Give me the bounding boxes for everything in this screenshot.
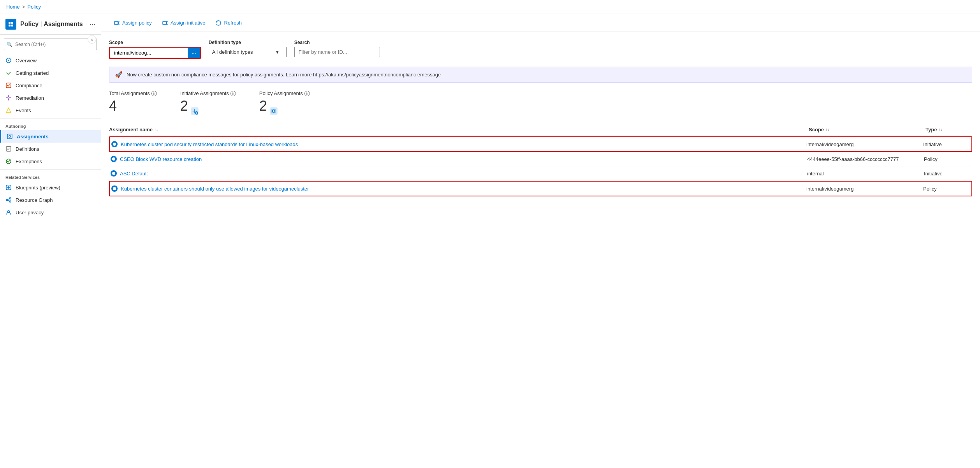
col-header-scope[interactable]: Scope ↑↓ bbox=[809, 127, 925, 132]
sidebar-item-events[interactable]: Events bbox=[0, 104, 101, 117]
initiative-assignments-label: Initiative Assignments ℹ bbox=[180, 90, 236, 96]
assign-initiative-icon bbox=[162, 19, 168, 26]
remediation-icon bbox=[5, 95, 12, 101]
scope-browse-button[interactable]: ··· bbox=[188, 48, 200, 58]
table-row: CSEO Block WVD resource creation 4444eee… bbox=[109, 152, 972, 166]
svg-rect-3 bbox=[11, 25, 13, 26]
col-type-sort-icon: ↑↓ bbox=[938, 127, 942, 132]
blueprints-icon bbox=[5, 184, 12, 191]
policy-assignments-stat: Policy Assignments ℹ 2 bbox=[259, 90, 310, 114]
table-row: Kubernetes cluster containers should onl… bbox=[109, 181, 972, 196]
sidebar-item-overview-label: Overview bbox=[16, 58, 37, 64]
sidebar-item-resource-graph-label: Resource Graph bbox=[16, 197, 53, 203]
svg-rect-0 bbox=[9, 22, 11, 24]
search-filter-input[interactable] bbox=[294, 47, 380, 57]
events-icon bbox=[5, 107, 12, 113]
sidebar-item-assignments[interactable]: Assignments bbox=[0, 130, 101, 143]
svg-rect-12 bbox=[7, 148, 10, 148]
sidebar-item-getting-started[interactable]: Getting started bbox=[0, 67, 101, 79]
row-icon bbox=[111, 156, 117, 162]
user-privacy-icon bbox=[5, 209, 12, 215]
scope-label: Scope bbox=[109, 40, 201, 45]
assign-policy-label: Assign policy bbox=[122, 20, 152, 26]
sidebar-nav: Overview Getting started Compliance Reme… bbox=[0, 54, 101, 468]
overview-icon bbox=[5, 57, 12, 64]
sidebar-item-user-privacy[interactable]: User privacy bbox=[0, 206, 101, 219]
row-name-cell: Kubernetes cluster containers should onl… bbox=[111, 185, 806, 192]
sidebar-item-events-label: Events bbox=[16, 108, 31, 113]
svg-rect-2 bbox=[9, 25, 11, 26]
content-body: Scope ··· Definition type All definition… bbox=[101, 32, 980, 468]
total-assignments-value: 4 bbox=[109, 98, 157, 114]
refresh-button[interactable]: Refresh bbox=[211, 17, 246, 28]
breadcrumb-policy[interactable]: Policy bbox=[27, 4, 41, 10]
breadcrumb: Home > Policy bbox=[6, 4, 41, 10]
refresh-icon bbox=[215, 19, 222, 26]
sidebar-item-exemptions-label: Exemptions bbox=[16, 159, 42, 164]
col-header-name[interactable]: Assignment name ↑↓ bbox=[109, 127, 809, 132]
row-icon bbox=[111, 141, 118, 147]
policy-assignments-value: 2 bbox=[259, 98, 310, 114]
scope-filter-group: Scope ··· bbox=[109, 40, 201, 59]
svg-point-16 bbox=[6, 199, 8, 201]
sidebar-product-icon bbox=[5, 19, 16, 30]
sidebar-item-blueprints[interactable]: Blueprints (preview) bbox=[0, 181, 101, 194]
getting-started-icon bbox=[5, 70, 12, 76]
breadcrumb-sep: > bbox=[22, 4, 25, 10]
resource-graph-icon bbox=[5, 197, 12, 203]
policy-info-icon: ℹ bbox=[304, 91, 310, 96]
sidebar-item-exemptions[interactable]: Exemptions bbox=[0, 155, 101, 168]
search-filter-group: Search bbox=[294, 40, 380, 57]
sidebar-item-getting-started-label: Getting started bbox=[16, 70, 49, 76]
row-type-cell: Policy bbox=[924, 156, 971, 162]
sidebar-item-definitions-label: Definitions bbox=[16, 146, 39, 152]
row-link[interactable]: ASC Default bbox=[120, 171, 148, 177]
info-banner: 🚀 Now create custom non-compliance messa… bbox=[109, 67, 972, 83]
sidebar-item-remediation-label: Remediation bbox=[16, 95, 44, 101]
sidebar-item-compliance[interactable]: Compliance bbox=[0, 79, 101, 92]
sidebar-item-resource-graph[interactable]: Resource Graph bbox=[0, 194, 101, 206]
svg-point-17 bbox=[9, 198, 11, 199]
collapse-button[interactable]: « bbox=[88, 35, 96, 44]
row-scope-cell: internal/videogamerg bbox=[806, 141, 923, 147]
definition-type-value: All definition types bbox=[212, 49, 253, 55]
sidebar-item-definitions[interactable]: Definitions bbox=[0, 143, 101, 155]
policy-stat-icon bbox=[269, 102, 278, 110]
initiative-info-icon: ℹ bbox=[230, 91, 236, 96]
table-row: ASC Default internal Initiative bbox=[109, 166, 972, 181]
col-header-type[interactable]: Type ↑↓ bbox=[925, 127, 972, 132]
sidebar-ellipsis[interactable]: ··· bbox=[90, 20, 95, 28]
assign-policy-button[interactable]: Assign policy bbox=[109, 17, 157, 28]
banner-icon: 🚀 bbox=[115, 71, 123, 78]
svg-point-5 bbox=[8, 60, 9, 61]
assign-initiative-label: Assign initiative bbox=[171, 20, 206, 26]
refresh-label: Refresh bbox=[224, 20, 242, 26]
assign-initiative-button[interactable]: Assign initiative bbox=[157, 17, 210, 28]
row-link[interactable]: Kubernetes cluster containers should onl… bbox=[121, 186, 309, 192]
search-input[interactable] bbox=[4, 39, 97, 50]
search-filter-label: Search bbox=[294, 40, 380, 45]
sidebar-title: Policy | Assignments bbox=[20, 21, 83, 28]
exemptions-icon bbox=[5, 158, 12, 164]
svg-point-18 bbox=[9, 201, 11, 202]
row-type-cell: Initiative bbox=[923, 141, 970, 147]
svg-point-10 bbox=[9, 136, 11, 137]
row-link[interactable]: CSEO Block WVD resource creation bbox=[120, 156, 202, 162]
assignments-icon bbox=[7, 133, 13, 140]
row-type-cell: Policy bbox=[923, 186, 970, 192]
sidebar-item-overview[interactable]: Overview bbox=[0, 54, 101, 67]
scope-input[interactable] bbox=[110, 48, 188, 58]
breadcrumb-home[interactable]: Home bbox=[6, 4, 20, 10]
definition-type-filter-group: Definition type All definition types ▾ bbox=[209, 40, 287, 57]
sidebar-item-blueprints-label: Blueprints (preview) bbox=[16, 185, 60, 191]
filter-row: Scope ··· Definition type All definition… bbox=[109, 40, 972, 59]
row-link[interactable]: Kubernetes cluster pod security restrict… bbox=[121, 141, 298, 147]
definition-type-select[interactable]: All definition types ▾ bbox=[209, 47, 287, 57]
row-type-cell: Initiative bbox=[924, 171, 971, 177]
initiative-assignments-stat: Initiative Assignments ℹ 2 bbox=[180, 90, 236, 114]
assignments-table: Assignment name ↑↓ Scope ↑↓ Type ↑↓ bbox=[109, 124, 972, 196]
stats-row: Total Assignments ℹ 4 Initiative Assignm… bbox=[109, 90, 972, 114]
row-icon bbox=[111, 170, 117, 177]
sidebar-item-remediation[interactable]: Remediation bbox=[0, 92, 101, 104]
breadcrumb-bar: Home > Policy bbox=[0, 0, 980, 14]
